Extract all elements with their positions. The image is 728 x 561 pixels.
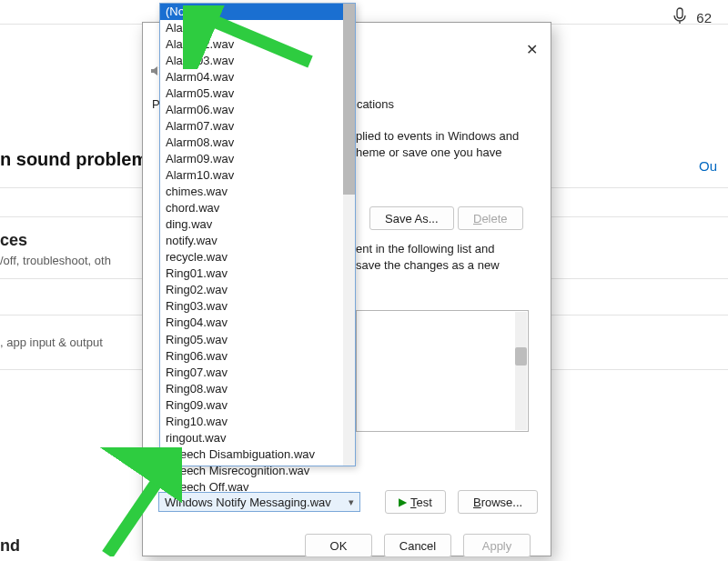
test-button[interactable]: ▶ Test	[385, 490, 446, 514]
play-icon: ▶	[399, 496, 407, 508]
desc2-line1: ent in the following list and	[356, 242, 494, 255]
dropdown-item[interactable]: Alarm08.wav	[160, 135, 355, 151]
section-heading: ces	[0, 231, 27, 250]
test-label: Test	[410, 496, 432, 509]
dropdown-item[interactable]: notify.wav	[160, 233, 355, 249]
close-button[interactable]: ✕	[526, 41, 538, 58]
dropdown-item[interactable]: Alarm03.wav	[160, 53, 355, 69]
dropdown-item[interactable]: Alarm07.wav	[160, 118, 355, 135]
apply-button: Apply	[463, 534, 531, 557]
dropdown-item[interactable]: Ring09.wav	[160, 397, 355, 414]
section-row-text: , app input & output	[0, 336, 103, 349]
ok-button[interactable]: OK	[305, 534, 372, 557]
delete-button: Delete	[458, 206, 523, 230]
dropdown-item[interactable]: Alarm04.wav	[160, 69, 355, 85]
chevron-down-icon: ▾	[349, 496, 354, 508]
dialog-desc1: plied to events in Windows and heme or s…	[356, 128, 540, 160]
desc2-line2: save the changes as a new	[356, 258, 500, 272]
dropdown-scrollbar-thumb[interactable]	[343, 4, 355, 195]
dropdown-item[interactable]: Ring07.wav	[160, 365, 355, 381]
dropdown-item[interactable]: Ring10.wav	[160, 414, 355, 430]
dropdown-item[interactable]: Alarm10.wav	[160, 167, 355, 184]
scrollbar-track[interactable]	[515, 312, 527, 430]
section-subtext: /off, troubleshoot, oth	[0, 254, 111, 267]
program-events-list[interactable]	[356, 310, 529, 432]
mic-icon[interactable]	[672, 7, 687, 28]
dropdown-item[interactable]: Ring05.wav	[160, 332, 355, 348]
dropdown-item[interactable]: Ring06.wav	[160, 348, 355, 365]
page-heading: n sound problems	[0, 149, 157, 170]
dropdown-item[interactable]: Ring03.wav	[160, 299, 355, 316]
dropdown-item[interactable]: Alarm02.wav	[160, 36, 355, 53]
dropdown-item[interactable]: Alarm06.wav	[160, 102, 355, 118]
dropdown-item[interactable]: Alarm09.wav	[160, 151, 355, 167]
dropdown-item[interactable]: chimes.wav	[160, 184, 355, 200]
desc1-line2: heme or save one you have	[356, 145, 501, 159]
delete-accel: D	[473, 212, 481, 225]
dropdown-item[interactable]: Ring08.wav	[160, 381, 355, 397]
dropdown-item[interactable]: Ring02.wav	[160, 283, 355, 299]
dropdown-item[interactable]: Speech Off.wav	[160, 479, 355, 496]
delete-rest: elete	[481, 212, 507, 225]
browse-label: Browse...	[473, 496, 522, 509]
dropdown-item[interactable]: Speech Misrecognition.wav	[160, 463, 355, 479]
sound-dropdown-value: Windows Notify Messaging.wav	[165, 496, 331, 509]
sound-dropdown-list[interactable]: (None)Alarm01.Alarm02.wavAlarm03.wavAlar…	[159, 3, 356, 466]
save-as-button[interactable]: Save As...	[369, 206, 454, 230]
cancel-button[interactable]: Cancel	[384, 534, 451, 557]
dropdown-item[interactable]: Ring04.wav	[160, 316, 355, 332]
tab-communications[interactable]: ications	[354, 97, 394, 111]
dropdown-item[interactable]: recycle.wav	[160, 249, 355, 265]
scrollbar-thumb[interactable]	[515, 347, 527, 366]
dropdown-item[interactable]: Alarm05.wav	[160, 85, 355, 102]
svg-rect-0	[677, 8, 682, 18]
dropdown-item[interactable]: Ring01.wav	[160, 266, 355, 283]
dropdown-item[interactable]: chord.wav	[160, 200, 355, 216]
desc1-line1: plied to events in Windows and	[356, 129, 519, 143]
dropdown-item[interactable]: Alarm01.	[160, 20, 355, 36]
topbar: 62	[672, 7, 712, 28]
dropdown-items-container: (None)Alarm01.Alarm02.wavAlarm03.wavAlar…	[160, 4, 355, 496]
dropdown-item[interactable]: (None)	[160, 4, 355, 20]
dropdown-item[interactable]: ringout.wav	[160, 430, 355, 446]
right-link[interactable]: Ou	[699, 158, 717, 174]
dropdown-item[interactable]: Speech Disambiguation.wav	[160, 446, 355, 463]
dropdown-item[interactable]: ding.wav	[160, 216, 355, 233]
dialog-desc2: ent in the following list and save the c…	[356, 241, 543, 273]
browse-button[interactable]: Browse...	[458, 490, 538, 514]
bottom-cut-text: nd	[0, 536, 20, 556]
